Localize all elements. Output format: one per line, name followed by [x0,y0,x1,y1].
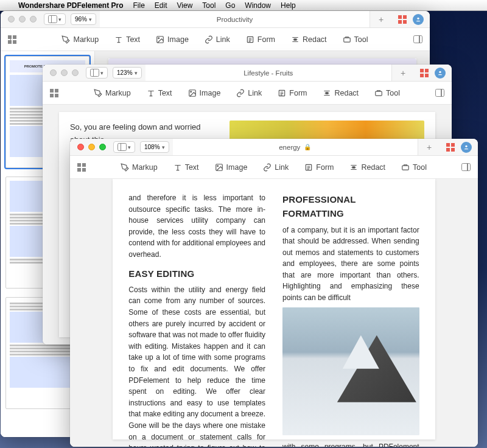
menu-go[interactable]: Go [225,1,235,10]
paragraph: Costs within the utility and energy fiel… [128,284,265,447]
close-button[interactable] [8,16,15,23]
toolbar: Markup Text Image Link Form Redact Tool [70,156,478,179]
sidebar-icon [48,15,57,23]
tab-bar: Productivity + [100,11,392,27]
app-grid-icon[interactable] [420,69,429,77]
tab-lifestyle[interactable]: Lifestyle - Fruits [145,65,392,81]
tab-label: energy [279,144,300,151]
titlebar: ▾ 96% ▾ Productivity + [1,11,430,28]
svg-rect-10 [326,92,329,93]
svg-rect-11 [376,91,382,96]
minimize-button[interactable] [61,69,68,76]
paragraph: with some programs, but PDFelement makes… [282,441,419,447]
titlebar: ▾ 123% ▾ Lifestyle - Fruits + [43,65,452,82]
macos-menubar: Wondershare PDFelement Pro File Edit Vie… [0,0,487,11]
minimize-button[interactable] [88,144,95,150]
tool-redact[interactable]: Redact [323,89,359,97]
app-grid-icon[interactable] [398,15,407,24]
tool-redact[interactable]: Redact [291,35,327,44]
svg-rect-17 [402,166,409,170]
svg-point-14 [217,165,218,166]
menu-file[interactable]: File [133,1,145,10]
user-avatar[interactable] [435,68,446,79]
zoom-value: 108% [144,144,160,150]
menu-edit[interactable]: Edit [155,1,167,10]
user-avatar[interactable] [413,14,424,25]
window-controls [1,11,44,27]
chevron-down-icon: ▾ [89,16,92,23]
tool-text[interactable]: Text [147,89,172,97]
svg-point-0 [417,17,419,19]
tool-markup[interactable]: Markup [121,163,158,172]
chevron-down-icon: ▾ [58,16,61,23]
svg-point-2 [158,37,159,38]
zoom-select[interactable]: 108% ▾ [140,141,169,153]
svg-rect-4 [294,38,296,40]
tool-link[interactable]: Link [263,163,289,172]
tool-markup[interactable]: Markup [61,35,99,44]
chevron-down-icon: ▾ [162,144,165,150]
tool-text[interactable]: Text [173,163,199,172]
tool-form[interactable]: Form [278,89,307,97]
menu-view[interactable]: View [177,1,193,10]
new-tab-button[interactable]: + [392,65,414,81]
tab-label: Lifestyle - Fruits [244,69,293,77]
menu-tool[interactable]: Tool [202,1,215,10]
tab-label: Productivity [217,16,253,23]
toolbar: Markup Text Image Link Form Redact Tool [1,28,430,51]
tool-markup[interactable]: Markup [94,89,131,97]
sidebar-toggle-button[interactable]: ▾ [113,141,135,153]
app-grid-icon[interactable] [446,143,455,152]
tool-tool[interactable]: Tool [374,89,400,97]
zoom-value: 96% [75,16,87,23]
tool-image[interactable]: Image [156,35,189,44]
user-avatar[interactable] [461,142,472,153]
zoom-select[interactable]: 96% ▾ [71,13,96,25]
paragraph: of a company, but it is an important fac… [282,225,419,304]
close-button[interactable] [50,69,57,76]
paragraph: and therefore it is less important to ou… [128,192,265,261]
sidebar-icon [117,143,127,151]
menu-window[interactable]: Window [245,1,271,10]
menu-help[interactable]: Help [281,1,296,10]
new-tab-button[interactable]: + [370,11,392,27]
tool-form[interactable]: Form [246,35,275,44]
right-panel-icon[interactable] [461,163,471,171]
window-controls [43,65,86,81]
zoom-button[interactable] [30,16,37,23]
tool-image[interactable]: Image [188,89,221,97]
heading-easy-editing: EASY EDITING [128,267,265,281]
zoom-select[interactable]: 123% ▾ [113,67,142,79]
svg-rect-5 [343,38,350,42]
svg-point-12 [465,145,467,147]
zoom-button[interactable] [99,144,106,150]
minimize-button[interactable] [19,16,26,23]
tab-energy[interactable]: energy 🔒 [173,139,418,155]
toolbar: Markup Text Image Link Form Redact Tool [43,82,452,105]
tool-link[interactable]: Link [205,35,230,44]
sidebar-toggle-button[interactable]: ▾ [86,67,108,79]
sidebar-toggle-button[interactable]: ▾ [44,13,66,25]
tool-link[interactable]: Link [236,89,262,97]
tool-tool[interactable]: Tool [401,163,427,172]
zoom-button[interactable] [72,69,79,76]
close-button[interactable] [77,144,84,150]
app-name[interactable]: Wondershare PDFelement Pro [18,1,124,10]
new-tab-button[interactable]: + [418,139,440,155]
page-image-mountain [282,307,419,435]
tool-image[interactable]: Image [215,163,248,172]
tab-bar: Lifestyle - Fruits + [145,65,414,81]
tool-text[interactable]: Text [114,35,140,44]
tab-productivity[interactable]: Productivity [100,11,370,27]
sidebar-icon [90,69,99,77]
page-content: and therefore it is less important to ou… [127,189,420,447]
tool-tool[interactable]: Tool [343,35,368,44]
right-panel-icon[interactable] [413,35,422,43]
document-area[interactable]: and therefore it is less important to ou… [70,179,478,447]
right-panel-icon[interactable] [435,89,444,97]
tool-form[interactable]: Form [304,163,334,172]
chevron-down-icon: ▾ [100,70,103,76]
titlebar: ▾ 108% ▾ energy 🔒 + [70,139,478,156]
svg-point-6 [439,71,441,72]
tool-redact[interactable]: Redact [349,163,385,172]
